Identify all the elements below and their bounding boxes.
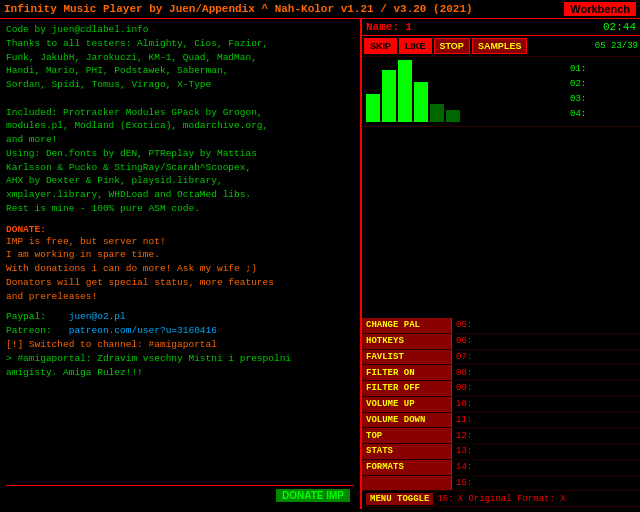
donate-line: Donators will get special status, more f… bbox=[6, 276, 354, 290]
action-row-8: FILTER ON08: bbox=[362, 365, 640, 381]
stop-button[interactable]: STOP bbox=[434, 38, 470, 54]
paypal-link: juen@o2.pl bbox=[69, 311, 126, 322]
info-line: Included: Protracker Modules GPack by Gr… bbox=[6, 106, 354, 120]
patreon-label: Patreon: bbox=[6, 325, 69, 336]
paypal-label: Paypal: bbox=[6, 311, 69, 322]
action-btn-stats[interactable]: STATS bbox=[362, 444, 452, 459]
bar-3 bbox=[398, 60, 412, 122]
left-bottom: DONATE IMP bbox=[6, 485, 354, 505]
action-btn-formats[interactable]: FORMATS bbox=[362, 460, 452, 475]
action-btn-volume-down[interactable]: VOLUME DOWN bbox=[362, 413, 452, 428]
bar-1 bbox=[366, 94, 380, 122]
action-row-13: STATS13: bbox=[362, 444, 640, 460]
paypal-section: Paypal: juen@o2.pl Patreon: patreon.com/… bbox=[6, 310, 354, 339]
action-btn- bbox=[362, 476, 452, 491]
action-btn-change-pal[interactable]: CHANGE PAL bbox=[362, 318, 452, 333]
donate-imp-button[interactable]: DONATE IMP bbox=[276, 489, 350, 502]
info-line: AHX by Dexter & Pink, playsid.library, bbox=[6, 174, 354, 188]
action-row-10: VOLUME UP10: bbox=[362, 397, 640, 413]
track-slot-10: 10: bbox=[452, 399, 640, 409]
track-slot-14: 14: bbox=[452, 462, 640, 472]
like-button[interactable]: LIKE bbox=[399, 38, 432, 54]
donate-line: IMP is free, but server not! bbox=[6, 235, 354, 249]
info-line: Sordan, Spidi, Tomus, Virago, X-Type bbox=[6, 78, 354, 92]
action-btn-volume-up[interactable]: VOLUME UP bbox=[362, 397, 452, 412]
menu-toggle-row: MENU TOGGLE16: X Original Format: X bbox=[362, 491, 640, 507]
action-row-15: 15: bbox=[362, 476, 640, 492]
action-row-9: FILTER OFF09: bbox=[362, 381, 640, 397]
title-bar: Infinity Music Player by Juen/Appendix ^… bbox=[0, 0, 640, 19]
action-panel bbox=[362, 127, 640, 318]
info-line: Using: Den.fonts by dEN, PTReplay by Mat… bbox=[6, 147, 354, 161]
data-row: --- --0 F#5 05A05 --- --0 C#6 00F07 bbox=[364, 508, 638, 509]
action-btn-filter-on[interactable]: FILTER ON bbox=[362, 365, 452, 380]
patreon-link: patreon.com/user?u=3160416 bbox=[69, 325, 217, 336]
bar-5 bbox=[430, 104, 444, 122]
donate-line: I am working in spare time. bbox=[6, 248, 354, 262]
action-row-11: VOLUME DOWN11: bbox=[362, 413, 640, 429]
workbench-button[interactable]: Workbench bbox=[564, 2, 636, 16]
name-label: Name: 1 bbox=[366, 21, 412, 33]
donate-line: With donations i can do more! Ask my wif… bbox=[6, 262, 354, 276]
left-panel: Code by juen@cdlabel.infoThanks to all t… bbox=[0, 19, 362, 509]
track-01: 01: bbox=[570, 64, 636, 74]
right-panel: Name: 1 02:44 SKIP LIKE STOP SAMPLES 05 … bbox=[362, 19, 640, 509]
bar-4 bbox=[414, 82, 428, 122]
data-rows: --- --0 F#5 05A05 --- --0 C#6 00F07--- -… bbox=[362, 507, 640, 509]
track-list-header: 01: 02: 03: 04: bbox=[566, 61, 636, 122]
track-slot-9: 09: bbox=[452, 383, 640, 393]
info-text-block: Code by juen@cdlabel.infoThanks to all t… bbox=[6, 23, 354, 216]
track-02: 02: bbox=[570, 79, 636, 89]
track-slot-15: 15: bbox=[452, 478, 640, 488]
menu-track-num: 16: bbox=[437, 494, 453, 504]
format-text: X Original Format: X bbox=[458, 494, 566, 504]
track-slot-8: 08: bbox=[452, 368, 640, 378]
time-display: 02:44 bbox=[603, 21, 636, 33]
channel-line: [!] Switched to channel: #amigaportal bbox=[6, 338, 354, 352]
info-line: Code by juen@cdlabel.info bbox=[6, 23, 354, 37]
bar-2 bbox=[382, 70, 396, 122]
action-row-7: FAVLIST07: bbox=[362, 350, 640, 366]
info-line: Handi, Mario, PHI, Podstawek, Saberman, bbox=[6, 64, 354, 78]
track-slot-5: 05: bbox=[452, 320, 640, 330]
info-line: Funk, JakubH, Jarokuczi, KM-1, Quad, Mad… bbox=[6, 51, 354, 65]
action-row-14: FORMATS14: bbox=[362, 460, 640, 476]
controls-row: SKIP LIKE STOP SAMPLES 05 23/39 bbox=[362, 36, 640, 57]
info-line: modules.pl, Modland (Exotica), modarchiv… bbox=[6, 119, 354, 133]
info-line: Karlsson & Pucko & StingRay/Scarab^Scoop… bbox=[6, 161, 354, 175]
track-03: 03: bbox=[570, 94, 636, 104]
main-container: Code by juen@cdlabel.infoThanks to all t… bbox=[0, 19, 640, 509]
bar-6 bbox=[446, 110, 460, 122]
skip-button[interactable]: SKIP bbox=[364, 38, 397, 54]
track-04: 04: bbox=[570, 109, 636, 119]
action-btn-top[interactable]: TOP bbox=[362, 428, 452, 443]
donate-line: and prereleases! bbox=[6, 290, 354, 304]
viz-area: 01: 02: 03: 04: bbox=[362, 57, 640, 127]
action-btn-hotkeys[interactable]: HOTKEYS bbox=[362, 334, 452, 349]
action-row-5: CHANGE PAL05: bbox=[362, 318, 640, 334]
track-slot-6: 06: bbox=[452, 336, 640, 346]
track-counter: 05 23/39 bbox=[595, 41, 638, 51]
donate-text-block: IMP is free, but server not!I am working… bbox=[6, 235, 354, 304]
info-line: xmplayer.library, WHDLoad and OctaMed li… bbox=[6, 188, 354, 202]
action-btn-favlist[interactable]: FAVLIST bbox=[362, 350, 452, 365]
info-line: Rest is mine - 100% pure ASM code. bbox=[6, 202, 354, 216]
amiga-line2: amigisty. Amiga Rulez!!! bbox=[6, 366, 354, 380]
donate-label: DONATE: bbox=[6, 224, 354, 235]
action-row-6: HOTKEYS06: bbox=[362, 334, 640, 350]
track-slot-11: 11: bbox=[452, 415, 640, 425]
donate-bar: DONATE IMP bbox=[6, 485, 354, 505]
menu-toggle-button[interactable]: MENU TOGGLE bbox=[366, 493, 433, 505]
name-time-bar: Name: 1 02:44 bbox=[362, 19, 640, 36]
action-panel: CHANGE PAL05:HOTKEYS06:FAVLIST07:FILTER … bbox=[362, 318, 640, 509]
action-btn-filter-off[interactable]: FILTER OFF bbox=[362, 381, 452, 396]
info-line bbox=[6, 92, 354, 106]
info-line: and more! bbox=[6, 133, 354, 147]
bar-chart bbox=[366, 61, 566, 122]
samples-button[interactable]: SAMPLES bbox=[472, 38, 528, 54]
amiga-line1: > #amigaportal: Zdravim vsechny Mistni i… bbox=[6, 352, 354, 366]
app-title: Infinity Music Player by Juen/Appendix ^… bbox=[4, 3, 473, 15]
action-row-12: TOP12: bbox=[362, 428, 640, 444]
track-slot-12: 12: bbox=[452, 431, 640, 441]
track-slot-13: 13: bbox=[452, 446, 640, 456]
